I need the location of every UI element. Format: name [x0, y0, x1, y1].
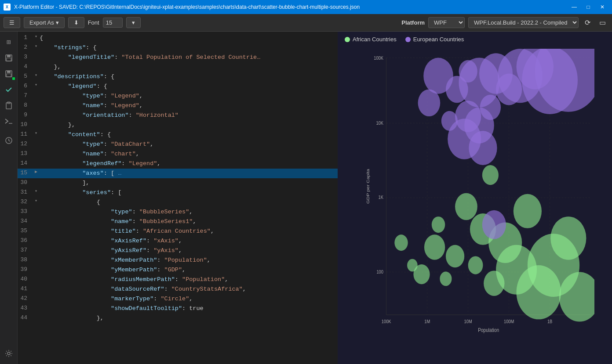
svg-rect-1 [7, 55, 11, 57]
svg-text:10M: 10M [464, 319, 472, 324]
code-content: "type": "BubbleSeries", [40, 207, 336, 217]
sidebar-icon-terminal[interactable] [2, 114, 16, 128]
fold-button [33, 246, 40, 253]
code-line[interactable]: 30 ], [18, 178, 338, 188]
code-line[interactable]: 9 "orientation": "Horizontal" [18, 111, 338, 120]
maximize-button[interactable]: □ [582, 3, 594, 11]
svg-text:100M: 100M [504, 319, 514, 324]
code-line[interactable]: 1▾{ [18, 33, 338, 43]
sidebar-icon-save2[interactable] [2, 67, 16, 81]
sidebar-icon-history[interactable] [2, 133, 16, 148]
code-line[interactable]: 31▾ "series": [ [18, 188, 338, 198]
code-line[interactable]: 36 "xAxisRef": "xAxis", [18, 236, 338, 246]
code-content: "legendRef": "Legend", [40, 159, 336, 169]
code-line[interactable]: 37 "yAxisRef": "yAxis", [18, 246, 338, 256]
line-number: 13 [19, 149, 33, 159]
code-line[interactable]: 8 "name": "Legend", [18, 101, 338, 111]
code-editor[interactable]: 1▾{2▾ "strings": {3 "legendTitle": "Tota… [18, 32, 338, 364]
code-line[interactable]: 12 "type": "DataChart", [18, 140, 338, 149]
code-line[interactable]: 35 "title": "African Countries", [18, 227, 338, 236]
fold-button [33, 178, 40, 185]
fold-button[interactable]: ▾ [33, 198, 40, 205]
sidebar: ⊞ [0, 32, 18, 364]
code-line[interactable]: 41 "dataSourceRef": "CountryStatsAfrica"… [18, 285, 338, 294]
code-line[interactable]: 6▾ "legend": { [18, 82, 338, 91]
title-bar-left: X X-Platform Editor - SAVED: C:\REPOS\Gi… [4, 4, 360, 11]
main-area: ⊞ 1▾{2▾ "strings": {3 "legendTitle": "To… [0, 32, 612, 364]
fold-button[interactable]: ▾ [33, 82, 40, 89]
hamburger-button[interactable]: ☰ [4, 17, 20, 28]
sidebar-icon-settings[interactable] [2, 346, 16, 360]
close-button[interactable]: ✕ [596, 3, 608, 11]
code-line[interactable]: 43 "showDefaultTooltip": true [18, 304, 338, 314]
svg-rect-5 [7, 74, 11, 77]
sidebar-icon-save[interactable] [2, 51, 16, 65]
minimize-button[interactable]: — [568, 3, 580, 11]
code-line[interactable]: 3 "legendTitle": "Total Population of Se… [18, 53, 338, 62]
fold-button[interactable]: ▶ [33, 169, 40, 176]
code-content: }, [40, 62, 336, 72]
line-number: 6 [19, 82, 33, 91]
fold-button[interactable]: ▾ [33, 33, 40, 40]
line-number: 11 [19, 130, 33, 139]
title-bar: X X-Platform Editor - SAVED: C:\REPOS\Gi… [0, 0, 612, 14]
monitor-button[interactable]: ▭ [597, 18, 608, 28]
fold-button[interactable]: ▾ [33, 130, 40, 137]
refresh-button[interactable]: ⟳ [582, 18, 593, 28]
code-content: "strings": { [40, 43, 336, 53]
font-label: Font [88, 19, 99, 26]
african-dot [345, 37, 350, 42]
export-as-chevron: ▾ [56, 19, 59, 26]
code-line[interactable]: 2▾ "strings": { [18, 43, 338, 53]
font-chevron-button[interactable]: ▾ [126, 17, 141, 28]
code-line[interactable]: 10 }, [18, 120, 338, 130]
sidebar-icon-clipboard[interactable] [2, 98, 16, 112]
font-size-input[interactable] [103, 18, 123, 28]
code-line[interactable]: 32▾ { [18, 198, 338, 207]
code-line[interactable]: 7 "type": "Legend", [18, 91, 338, 101]
platform-select[interactable]: WPF Blazor Angular [428, 17, 465, 28]
toolbar-right: Platform WPF Blazor Angular WPF.Local.Bu… [401, 17, 608, 28]
code-line[interactable]: 39 "yMemberPath": "GDP", [18, 265, 338, 275]
code-line[interactable]: 4 }, [18, 62, 338, 72]
code-content: "name": "Legend", [40, 101, 336, 111]
svg-point-49 [482, 165, 499, 185]
line-number: 39 [19, 265, 33, 274]
code-line[interactable]: 14 "legendRef": "Legend", [18, 159, 338, 169]
line-number: 38 [19, 256, 33, 265]
fold-button [33, 217, 40, 224]
fold-button [33, 140, 40, 147]
line-number: 15 [19, 169, 33, 178]
line-number: 42 [19, 294, 33, 303]
svg-point-44 [514, 194, 542, 228]
fold-button[interactable]: ▾ [33, 72, 40, 79]
code-line[interactable]: 33 "type": "BubbleSeries", [18, 207, 338, 217]
svg-rect-4 [7, 71, 11, 73]
code-content: "radiusMemberPath": "Population", [40, 275, 336, 285]
code-content: "axes": [ … [40, 169, 336, 178]
fold-button[interactable]: ▾ [33, 43, 40, 50]
code-line[interactable]: 15▶ "axes": [ … [18, 169, 338, 178]
code-line[interactable]: 44 }, [18, 314, 338, 323]
code-content: "name": "BubbleSeries1", [40, 217, 336, 227]
toolbar: ☰ Export As ▾ ⬇ Font ▾ Platform WPF Blaz… [0, 14, 612, 32]
fold-button [33, 314, 40, 321]
line-number: 35 [19, 227, 33, 236]
code-line[interactable]: 40 "radiusMemberPath": "Population", [18, 275, 338, 285]
code-line[interactable]: 38 "xMemberPath": "Population", [18, 256, 338, 265]
svg-point-50 [432, 216, 445, 233]
fold-button[interactable]: ▾ [33, 188, 40, 195]
build-select[interactable]: WPF.Local.Build - 2022.2 - Compiled [468, 17, 579, 28]
sidebar-icon-grid[interactable]: ⊞ [2, 35, 16, 49]
code-content: "series": [ [40, 188, 336, 198]
code-line[interactable]: 42 "markerType": "Circle", [18, 294, 338, 304]
svg-point-65 [469, 131, 497, 165]
download-button[interactable]: ⬇ [68, 17, 84, 28]
export-as-button[interactable]: Export As ▾ [24, 17, 65, 28]
svg-point-66 [482, 210, 506, 239]
code-line[interactable]: 13 "name": "chart", [18, 149, 338, 159]
code-line[interactable]: 34 "name": "BubbleSeries1", [18, 217, 338, 227]
sidebar-icon-check[interactable] [2, 83, 16, 97]
code-line[interactable]: 5▾ "descriptions": { [18, 72, 338, 82]
code-line[interactable]: 11▾ "content": { [18, 130, 338, 140]
